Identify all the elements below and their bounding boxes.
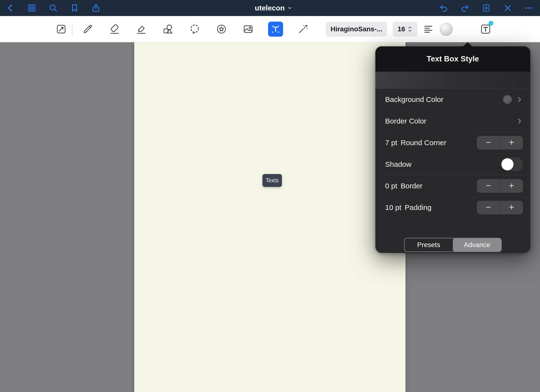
- font-name-label: HiraginoSans-...: [330, 25, 382, 33]
- padding-stepper: − +: [477, 201, 523, 214]
- star-circle-icon: [216, 23, 227, 35]
- share-button[interactable]: [91, 3, 101, 13]
- pen-tool[interactable]: [81, 22, 95, 36]
- presets-advance-segmented-control: Presets Advance: [404, 238, 502, 252]
- style-active-badge: [489, 21, 493, 26]
- close-button[interactable]: [502, 3, 513, 13]
- search-icon: [49, 3, 58, 13]
- text-align-button[interactable]: [422, 22, 435, 36]
- top-bar-left-group: [5, 0, 101, 16]
- border-color-label: Border Color: [385, 117, 426, 125]
- border-width-increase-button[interactable]: +: [500, 179, 523, 193]
- page-view-icon: [55, 23, 67, 35]
- chevron-right-icon: [516, 96, 523, 103]
- redo-icon: [460, 3, 470, 13]
- text-box-style-popover: Text Box Style Background Color Border C…: [375, 46, 530, 253]
- undo-button[interactable]: [438, 3, 449, 13]
- row-background-color[interactable]: Background Color: [375, 89, 530, 110]
- pen-icon: [82, 23, 94, 35]
- tool-toolbar: HiraginoSans-... 16: [0, 16, 540, 42]
- search-button[interactable]: [48, 3, 59, 13]
- laser-pointer-icon: [297, 23, 309, 35]
- add-page-icon: [482, 3, 491, 13]
- row-round-corner: 7 pt Round Corner − +: [383, 132, 530, 153]
- row-shadow: Shadow: [383, 153, 530, 175]
- redo-button[interactable]: [460, 3, 470, 13]
- toggle-knob: [501, 158, 514, 170]
- background-color-swatch: [503, 95, 512, 104]
- shadow-toggle[interactable]: [501, 158, 523, 171]
- share-icon: [91, 3, 101, 13]
- text-box-content: Texts: [266, 177, 279, 183]
- text-tool-icon: [270, 24, 281, 34]
- font-size-value: 16: [397, 25, 405, 33]
- style-preview-strip: [375, 72, 530, 89]
- size-up-down-icon: [407, 25, 413, 33]
- background-color-label: Background Color: [385, 95, 443, 104]
- border-width-value: 0 pt: [385, 182, 397, 190]
- photo-icon: [242, 23, 254, 35]
- padding-label: Padding: [405, 203, 431, 212]
- popover-arrow: [463, 42, 472, 47]
- row-border-width: 0 pt Border − +: [383, 175, 530, 197]
- top-navigation-bar: utelecon: [0, 0, 540, 16]
- round-corner-label: Round Corner: [401, 139, 446, 147]
- row-padding: 10 pt Padding − +: [383, 197, 530, 218]
- add-page-button[interactable]: [481, 3, 492, 13]
- bookmark-icon: [70, 3, 79, 13]
- eraser-tool[interactable]: [108, 22, 121, 36]
- more-button[interactable]: [524, 3, 534, 13]
- popover-header: Text Box Style: [375, 46, 530, 72]
- border-width-decrease-button[interactable]: −: [477, 179, 500, 193]
- photo-tool[interactable]: [241, 22, 255, 36]
- top-bar-right-group: [438, 0, 534, 16]
- back-button[interactable]: [5, 3, 16, 13]
- page-view-tool[interactable]: [54, 22, 68, 36]
- border-width-label: Border: [401, 182, 422, 190]
- row-border-color[interactable]: Border Color: [383, 110, 530, 132]
- document-title: utelecon: [255, 4, 285, 12]
- segment-advance[interactable]: Advance: [453, 238, 501, 251]
- text-color-button[interactable]: [440, 23, 453, 36]
- app-screen: utelecon: [0, 0, 540, 392]
- segment-presets[interactable]: Presets: [405, 238, 453, 251]
- round-corner-decrease-button[interactable]: −: [477, 136, 500, 150]
- undo-icon: [439, 3, 448, 13]
- ellipsis-icon: [524, 3, 534, 13]
- document-title-button[interactable]: utelecon: [255, 0, 292, 16]
- shapes-tool[interactable]: [161, 22, 175, 36]
- popover-footer: Presets Advance: [375, 218, 530, 252]
- elements-tool[interactable]: [215, 22, 228, 36]
- text-box-style-button[interactable]: [479, 22, 492, 36]
- highlighter-icon: [135, 23, 147, 35]
- lasso-tool[interactable]: [188, 22, 202, 36]
- eraser-icon: [109, 23, 120, 35]
- shadow-label: Shadow: [385, 160, 411, 168]
- align-left-icon: [423, 24, 434, 34]
- text-tool[interactable]: [268, 22, 283, 37]
- style-settings-list: Background Color Border Color 7 pt: [375, 89, 530, 218]
- border-width-stepper: − +: [477, 179, 523, 193]
- lasso-icon: [189, 23, 201, 35]
- shapes-icon: [162, 23, 174, 35]
- bookmark-button[interactable]: [69, 3, 80, 13]
- round-corner-value: 7 pt: [385, 139, 397, 147]
- highlighter-tool[interactable]: [135, 22, 148, 36]
- padding-value: 10 pt: [385, 203, 401, 212]
- round-corner-increase-button[interactable]: +: [500, 136, 523, 150]
- padding-increase-button[interactable]: +: [500, 201, 523, 214]
- padding-decrease-button[interactable]: −: [477, 201, 500, 214]
- thumbnails-button[interactable]: [26, 3, 37, 13]
- laser-tool[interactable]: [296, 22, 310, 36]
- popover-title: Text Box Style: [427, 55, 479, 63]
- close-icon: [503, 3, 512, 13]
- chevron-right-icon: [516, 117, 523, 125]
- back-chevron-icon: [6, 3, 15, 13]
- font-size-stepper[interactable]: 16: [393, 22, 417, 37]
- tools-group: [54, 16, 310, 42]
- text-box-object[interactable]: Texts: [262, 174, 282, 187]
- round-corner-stepper: − +: [477, 136, 523, 150]
- chevron-down-icon: [287, 5, 293, 11]
- font-name-button[interactable]: HiraginoSans-...: [326, 22, 387, 37]
- document-page[interactable]: [134, 42, 405, 392]
